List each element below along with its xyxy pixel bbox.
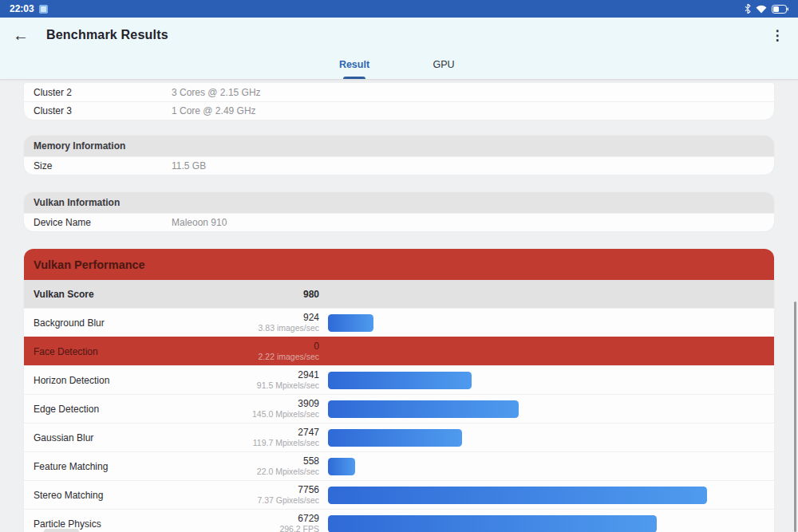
benchmark-bar [328,429,462,447]
benchmark-score-value: 558 [225,456,319,467]
benchmark-score-rate: 7.37 Gpixels/sec [225,495,319,505]
vulkan-performance-title: Vulkan Performance [34,258,145,271]
benchmark-label: Stereo Matching [34,490,225,501]
benchmark-bar-track [328,400,774,418]
benchmark-bar [328,372,472,389]
memory-information-header: Memory Information [24,136,774,156]
notification-app-icon [39,5,48,14]
benchmark-row: Edge Detection3909145.0 Mpixels/sec [24,394,774,423]
benchmark-score-rate: 2.22 images/sec [225,352,319,361]
benchmark-label: Horizon Detection [34,375,225,386]
info-row: Cluster 31 Core @ 2.49 GHz [24,101,774,120]
benchmark-score: 2747119.7 Mpixels/sec [225,428,319,448]
benchmark-bar-track [328,487,774,504]
info-cards-container: Cluster 23 Cores @ 2.15 GHzCluster 31 Co… [24,83,774,231]
benchmark-label: Particle Physics [34,518,225,530]
benchmark-label: Gaussian Blur [34,432,225,443]
benchmark-score-rate: 22.0 Mpixels/sec [225,467,319,476]
results-scroll-area[interactable]: Cluster 23 Cores @ 2.15 GHzCluster 31 Co… [0,80,798,532]
scrollbar-thumb[interactable] [794,301,796,532]
tab-bar: Result GPU [0,53,798,80]
wifi-icon [756,5,767,14]
tab-active-underline [343,77,365,80]
info-row-label: Cluster 3 [34,105,172,116]
benchmark-score-value: 924 [225,313,319,324]
vulkan-information-header: Vulkan Information [24,192,774,213]
benchmark-score-value: 0 [225,341,319,353]
benchmark-bar [328,487,707,504]
info-row-label: Cluster 2 [34,87,172,98]
vulkan-performance-banner: Vulkan Performance [24,249,774,280]
benchmark-score-value: 2747 [225,428,319,439]
benchmark-row: Gaussian Blur2747119.7 Mpixels/sec [24,423,774,451]
benchmark-score-rate: 296.2 FPS [225,524,319,532]
benchmark-label: Feature Matching [34,461,225,472]
back-icon[interactable]: ← [13,27,35,43]
info-row: Size11.5 GB [24,156,774,175]
benchmark-score: 02.22 images/sec [225,341,319,362]
benchmark-row: Particle Physics6729296.2 FPS [24,509,774,532]
benchmark-bar-track [328,458,774,475]
info-row-value: 11.5 GB [172,160,206,171]
tab-gpu[interactable]: GPU [399,53,488,79]
benchmark-row: Background Blur9243.83 images/sec [24,308,774,337]
benchmark-score-rate: 145.0 Mpixels/sec [225,409,319,419]
clock-time: 22:03 [10,3,34,14]
benchmark-rows-container: Background Blur9243.83 images/secFace De… [24,308,774,532]
bluetooth-icon [745,4,751,14]
status-bar: 22:03 [0,0,798,18]
benchmark-bar [328,400,519,418]
benchmark-row: Stereo Matching77567.37 Gpixels/sec [24,480,774,509]
benchmark-score: 77567.37 Gpixels/sec [225,485,319,506]
benchmark-bar [328,515,657,532]
benchmark-score-rate: 91.5 Mpixels/sec [225,380,319,390]
benchmark-bar-track [328,343,774,361]
info-row-value: Maleoon 910 [172,217,227,228]
info-row-value: 3 Cores @ 2.15 GHz [172,87,261,98]
vulkan-performance-card: Vulkan Performance Vulkan Score 980 Back… [24,249,774,532]
benchmark-row: Horizon Detection294191.5 Mpixels/sec [24,365,774,394]
tab-result[interactable]: Result [310,53,399,79]
cpu-clusters-card: Cluster 23 Cores @ 2.15 GHzCluster 31 Co… [24,83,774,120]
info-row-label: Size [34,160,172,171]
benchmark-score: 294191.5 Mpixels/sec [225,370,319,391]
benchmark-score-value: 7756 [225,485,319,496]
benchmark-label: Background Blur [34,317,225,329]
benchmark-label: Face Detection [34,346,225,357]
info-row-value: 1 Core @ 2.49 GHz [172,105,256,116]
benchmark-score: 55822.0 Mpixels/sec [225,456,319,477]
benchmark-score: 9243.83 images/sec [225,313,319,333]
tab-gpu-label: GPU [433,59,454,70]
benchmark-bar-track [328,372,774,389]
info-row: Device NameMaleoon 910 [24,213,774,231]
benchmark-bar-track [328,429,774,447]
page-title: Benchmark Results [46,28,168,42]
memory-information-card: Memory InformationSize11.5 GB [24,136,774,175]
benchmark-score-value: 3909 [225,399,319,410]
benchmark-bar [328,314,373,332]
benchmark-score: 6729296.2 FPS [225,514,319,532]
benchmark-bar [328,458,355,475]
benchmark-label: Edge Detection [34,404,225,415]
vulkan-score-value: 980 [225,289,319,300]
benchmark-row: Feature Matching55822.0 Mpixels/sec [24,451,774,480]
benchmark-score-value: 2941 [225,370,319,381]
benchmark-row: Face Detection02.22 images/sec [24,337,774,365]
vulkan-score-label: Vulkan Score [34,289,225,300]
benchmark-score-value: 6729 [225,514,319,525]
benchmark-bar-track [328,515,774,532]
benchmark-bar-track [328,314,774,332]
kebab-menu-icon[interactable]: ⋮ [769,27,785,44]
app-bar: ← Benchmark Results ⋮ [0,18,798,53]
battery-icon [772,5,788,14]
info-row: Cluster 23 Cores @ 2.15 GHz [24,83,774,101]
benchmark-score: 3909145.0 Mpixels/sec [225,399,319,420]
info-row-label: Device Name [34,217,172,228]
benchmark-score-rate: 119.7 Mpixels/sec [225,438,319,447]
tab-result-label: Result [339,59,369,70]
benchmark-score-rate: 3.83 images/sec [225,323,319,333]
vulkan-information-card: Vulkan InformationDevice NameMaleoon 910 [24,192,774,231]
vulkan-score-row: Vulkan Score 980 [24,280,774,308]
